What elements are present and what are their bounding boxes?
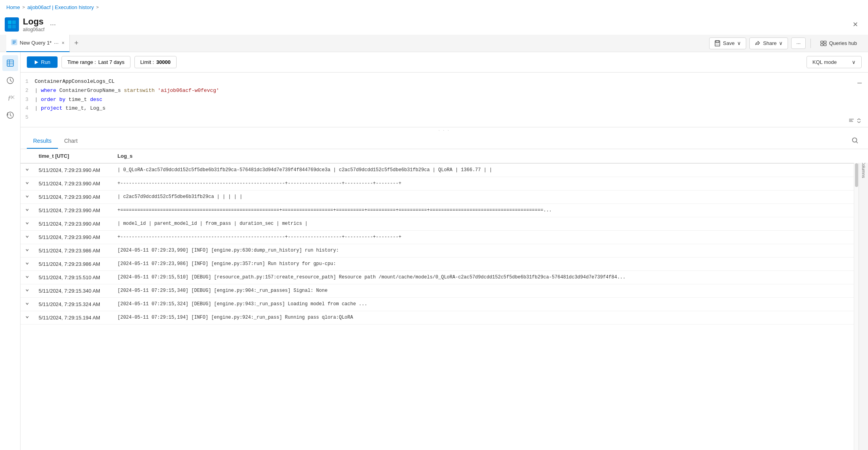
results-table-container[interactable]: time_t [UTC] Log_s 5/11/2024, 7:29:23.99… bbox=[20, 149, 868, 450]
save-chevron: ∨ bbox=[737, 40, 741, 46]
code-editor[interactable]: 1 ContainerAppConsoleLogs_CL 2 | where C… bbox=[20, 73, 868, 127]
code-line-5: 5 bbox=[20, 113, 868, 122]
table-row: 5/11/2024, 7:29:23.990 AM+==============… bbox=[20, 204, 868, 217]
limit-label: Limit : bbox=[140, 59, 154, 65]
tab-chart[interactable]: Chart bbox=[58, 134, 84, 149]
cell-log: +=======================================… bbox=[113, 204, 868, 217]
svg-rect-14 bbox=[824, 44, 826, 46]
cell-time: 5/11/2024, 7:29:23.986 AM bbox=[34, 257, 113, 271]
row-expand-button[interactable] bbox=[20, 230, 34, 244]
breadcrumb-execution-history[interactable]: aijob06acf | Execution history bbox=[27, 4, 94, 10]
kql-chevron-icon: ∨ bbox=[852, 59, 856, 65]
run-label: Run bbox=[41, 59, 50, 65]
cell-time: 5/11/2024, 7:29:15.340 AM bbox=[34, 284, 113, 297]
svg-line-28 bbox=[856, 142, 858, 143]
tab-bar-actions: Save ∨ Share ∨ ··· Queries hub bbox=[709, 37, 862, 49]
window-close-button[interactable]: × bbox=[849, 18, 862, 31]
title-bar: Logs ailog06acf ··· × bbox=[0, 14, 868, 35]
sidebar-icon-table[interactable] bbox=[2, 55, 18, 71]
drag-handle[interactable]: · · · bbox=[20, 127, 868, 134]
table-header-row: time_t [UTC] Log_s bbox=[20, 149, 868, 163]
share-chevron: ∨ bbox=[779, 40, 783, 46]
table-row: 5/11/2024, 7:29:15.324 AM[2024-05-11 07:… bbox=[20, 297, 868, 311]
save-button[interactable]: Save ∨ bbox=[709, 37, 746, 49]
svg-rect-3 bbox=[12, 25, 16, 28]
code-line-4: 4 | project time_t, Log_s bbox=[20, 104, 868, 113]
svg-text:ƒ: ƒ bbox=[8, 95, 11, 101]
row-expand-button[interactable] bbox=[20, 163, 34, 177]
col-header-log[interactable]: Log_s bbox=[113, 149, 868, 163]
share-button[interactable]: Share ∨ bbox=[749, 37, 788, 49]
table-row: 5/11/2024, 7:29:15.510 AM[2024-05-11 07:… bbox=[20, 271, 868, 284]
tab-new-query[interactable]: New Query 1* ··· × bbox=[6, 35, 70, 52]
breadcrumb: Home > aijob06acf | Execution history > bbox=[0, 0, 868, 14]
row-expand-button[interactable] bbox=[20, 271, 34, 284]
content-area: Run Time range : Last 7 days Limit : 300… bbox=[20, 52, 868, 450]
svg-rect-11 bbox=[821, 41, 823, 43]
row-expand-button[interactable] bbox=[20, 177, 34, 190]
tab-bar: New Query 1* ··· × + Save ∨ Share ∨ ··· bbox=[0, 35, 868, 52]
cell-time: 5/11/2024, 7:29:15.194 AM bbox=[34, 311, 113, 324]
cell-time: 5/11/2024, 7:29:15.510 AM bbox=[34, 271, 113, 284]
tab-results[interactable]: Results bbox=[27, 134, 58, 149]
row-expand-button[interactable] bbox=[20, 284, 34, 297]
sidebar-icon-function[interactable]: ƒ (x) bbox=[2, 90, 18, 106]
save-label: Save bbox=[723, 40, 735, 46]
cell-log: | c2ac57d9dcdd152c5f5dbe6b31fb29ca | | |… bbox=[113, 190, 868, 204]
app-icon bbox=[5, 17, 19, 32]
code-line-2: 2 | where ContainerGroupName_s startswit… bbox=[20, 86, 868, 95]
cell-log: +---------------------------------------… bbox=[113, 230, 868, 244]
table-row: 5/11/2024, 7:29:23.990 AM| c2ac57d9dcdd1… bbox=[20, 190, 868, 204]
columns-panel[interactable]: Columns bbox=[859, 149, 868, 450]
tab-close-button[interactable]: × bbox=[62, 40, 65, 46]
cell-time: 5/11/2024, 7:29:23.990 AM bbox=[34, 230, 113, 244]
tab-options[interactable]: ··· bbox=[54, 40, 59, 46]
cell-time: 5/11/2024, 7:29:23.990 AM bbox=[34, 177, 113, 190]
table-row: 5/11/2024, 7:29:15.340 AM[2024-05-11 07:… bbox=[20, 284, 868, 297]
results-tabs: Results Chart bbox=[20, 134, 868, 149]
svg-rect-9 bbox=[716, 41, 719, 43]
queries-hub-button[interactable]: Queries hub bbox=[816, 38, 862, 49]
breadcrumb-home[interactable]: Home bbox=[6, 4, 20, 10]
run-button[interactable]: Run bbox=[27, 56, 58, 68]
table-row: 5/11/2024, 7:29:23.990 AM| 0_QLoRA-c2ac5… bbox=[20, 163, 868, 177]
row-expand-button[interactable] bbox=[20, 217, 34, 230]
results-search-button[interactable] bbox=[848, 134, 862, 149]
row-expand-button[interactable] bbox=[20, 297, 34, 311]
svg-rect-12 bbox=[824, 41, 826, 43]
scrollbar-track[interactable] bbox=[854, 149, 859, 450]
tab-query-icon bbox=[11, 39, 17, 47]
svg-marker-23 bbox=[35, 60, 38, 64]
scrollbar-thumb[interactable] bbox=[855, 163, 858, 187]
tab-label: New Query 1* bbox=[20, 40, 52, 46]
columns-label: Columns bbox=[861, 161, 866, 178]
more-options-button[interactable]: ··· bbox=[791, 37, 806, 49]
row-expand-button[interactable] bbox=[20, 311, 34, 324]
cell-log: [2024-05-11 07:29:15,194] [INFO] [engine… bbox=[113, 311, 868, 324]
svg-rect-13 bbox=[821, 44, 823, 46]
tab-add-button[interactable]: + bbox=[70, 35, 84, 52]
time-range-button[interactable]: Time range : Last 7 days bbox=[61, 56, 130, 68]
kql-mode-select[interactable]: KQL mode ∨ bbox=[807, 56, 862, 68]
table-row: 5/11/2024, 7:29:15.194 AM[2024-05-11 07:… bbox=[20, 311, 868, 324]
sidebar-icon-clock[interactable] bbox=[2, 107, 18, 123]
limit-button[interactable]: Limit : 30000 bbox=[134, 56, 177, 68]
toolbar-separator bbox=[810, 39, 811, 48]
row-expand-button[interactable] bbox=[20, 204, 34, 217]
cell-log: | model_id | parent_model_id | from_pass… bbox=[113, 217, 868, 230]
cell-log: +---------------------------------------… bbox=[113, 177, 868, 190]
time-range-value: Last 7 days bbox=[98, 59, 125, 65]
limit-value: 30000 bbox=[156, 59, 171, 65]
editor-format-button[interactable] bbox=[848, 118, 862, 124]
cell-log: [2024-05-11 07:29:23,986] [INFO] [engine… bbox=[113, 257, 868, 271]
col-header-time[interactable]: time_t [UTC] bbox=[34, 149, 113, 163]
table-row: 5/11/2024, 7:29:23.986 AM[2024-05-11 07:… bbox=[20, 257, 868, 271]
page-title: Logs bbox=[23, 17, 45, 27]
svg-text:(x): (x) bbox=[11, 95, 14, 99]
row-expand-button[interactable] bbox=[20, 257, 34, 271]
sidebar-icon-history[interactable] bbox=[2, 73, 18, 88]
row-expand-button[interactable] bbox=[20, 190, 34, 204]
title-ellipsis[interactable]: ··· bbox=[50, 21, 56, 29]
row-expand-button[interactable] bbox=[20, 244, 34, 257]
editor-minimize-button[interactable]: — bbox=[857, 77, 862, 89]
